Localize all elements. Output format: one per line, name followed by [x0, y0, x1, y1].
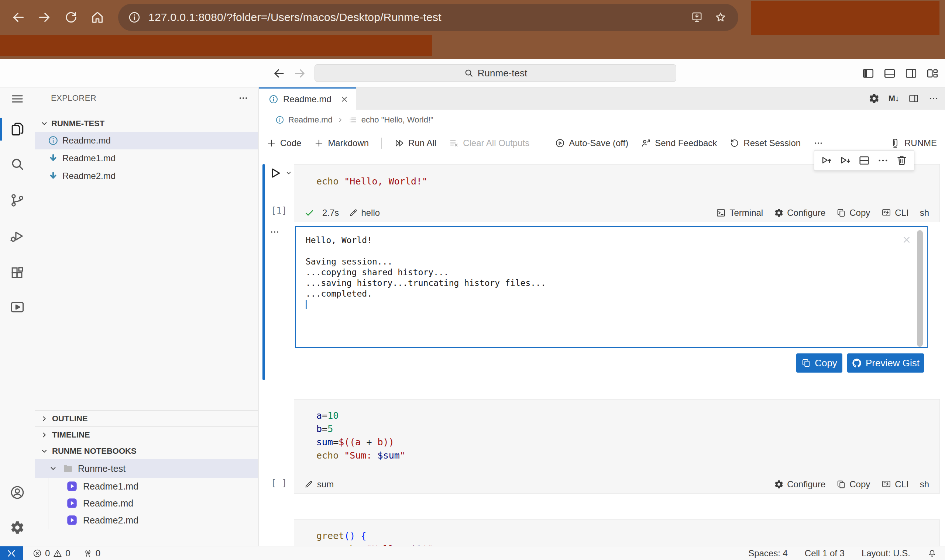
code-line[interactable]: echo "Hello, World!"	[316, 175, 939, 188]
reset-session-button[interactable]: Reset Session	[729, 138, 801, 148]
cell-name[interactable]: hello	[361, 208, 380, 218]
remote-indicator[interactable]	[0, 546, 23, 560]
timeline-section[interactable]: TIMELINE	[35, 426, 258, 443]
toolbar-more-actions-icon[interactable]	[813, 138, 823, 148]
extensions-view-icon[interactable]	[0, 260, 35, 286]
runme-brand: RUNME	[890, 138, 937, 149]
run-options-chevron-icon[interactable]	[285, 169, 293, 177]
browser-address-bar[interactable]: 127.0.0.1:8080/?folder=/Users/macos/Desk…	[118, 4, 738, 31]
history-forward-icon[interactable]	[293, 67, 307, 80]
clear-all-outputs-button[interactable]: Clear All Outputs	[449, 138, 529, 148]
problems-indicator[interactable]: 0 0	[32, 548, 71, 558]
split-cell-icon[interactable]	[858, 154, 870, 167]
add-code-button[interactable]: Code	[266, 138, 301, 148]
explorer-view-icon[interactable]	[0, 116, 35, 142]
copy-action[interactable]: Copy	[837, 479, 870, 489]
cli-action[interactable]: CLI	[881, 208, 908, 218]
breadcrumb-file[interactable]: Readme.md	[288, 115, 333, 125]
history-back-icon[interactable]	[273, 67, 286, 80]
breadcrumb-cell[interactable]: echo "Hello, World!"	[361, 115, 433, 125]
notebook-item-readme2[interactable]: Readme2.md	[35, 512, 258, 529]
explorer-more-actions-icon[interactable]	[238, 92, 249, 104]
notifications-bell-icon[interactable]	[927, 549, 937, 558]
delete-cell-icon[interactable]	[896, 154, 908, 167]
runme-view-icon[interactable]	[0, 294, 35, 320]
cell-name[interactable]: sum	[317, 479, 334, 489]
toggle-sidebar-icon[interactable]	[862, 67, 875, 80]
editor-more-actions-icon[interactable]	[928, 93, 939, 104]
add-markdown-button[interactable]: Markdown	[314, 138, 369, 148]
cell-position-indicator[interactable]: Cell 1 of 3	[805, 548, 845, 558]
code-line[interactable]: greet() {	[316, 529, 939, 543]
configure-action[interactable]: Configure	[774, 208, 825, 218]
code-line[interactable]: a=10	[316, 409, 939, 422]
notebook-item-readme1[interactable]: Readme1.md	[35, 478, 258, 495]
file-item-readme1[interactable]: Readme1.md	[35, 149, 258, 167]
code-line[interactable]: echo "Hello, $1!"	[316, 543, 939, 546]
success-check-icon	[304, 207, 315, 218]
execute-above-icon[interactable]	[820, 154, 833, 167]
output-collapse-icon[interactable]	[269, 226, 280, 238]
cell-output-terminal[interactable]: Hello, World! Saving session... ...copyi…	[295, 226, 928, 348]
broadcast-icon	[83, 549, 92, 558]
code-cell-3[interactable]: greet() { echo "Hello, $1!"	[294, 519, 940, 546]
send-feedback-button[interactable]: Send Feedback	[641, 138, 717, 148]
run-debug-view-icon[interactable]	[0, 223, 35, 249]
file-item-readme[interactable]: Readme.md	[35, 132, 258, 149]
markdown-preview-icon[interactable]: M↓	[888, 94, 899, 103]
split-editor-icon[interactable]	[908, 93, 919, 104]
pencil-icon[interactable]	[304, 480, 313, 489]
browser-reload-icon[interactable]	[63, 10, 78, 25]
menu-icon[interactable]	[0, 88, 35, 110]
copy-action[interactable]: Copy	[837, 208, 870, 218]
code-line[interactable]: b=5	[316, 422, 939, 436]
code-cell-1[interactable]: echo "Hello, World!" 2.7s hello Terminal…	[294, 164, 940, 222]
preview-gist-button[interactable]: Preview Gist	[847, 354, 924, 372]
spaces-indicator[interactable]: Spaces: 4	[748, 548, 788, 558]
run-all-button[interactable]: Run All	[394, 138, 436, 148]
tab-close-icon[interactable]	[340, 94, 349, 104]
browser-back-icon[interactable]	[11, 10, 26, 25]
code-cell-2[interactable]: a=10 b=5 sum=$((a + b)) echo "Sum: $sum"…	[294, 399, 940, 494]
notebook-item-readme[interactable]: Readme.md	[35, 495, 258, 512]
settings-gear-icon[interactable]	[0, 514, 35, 541]
toggle-secondary-sidebar-icon[interactable]	[904, 67, 918, 80]
output-close-icon[interactable]	[901, 234, 912, 245]
auto-save-button[interactable]: Auto-Save (off)	[555, 138, 628, 148]
notebook-folder-runme-test[interactable]: Runme-test	[35, 459, 258, 478]
configure-action[interactable]: Configure	[774, 479, 825, 489]
cell-more-actions-icon[interactable]	[877, 154, 889, 167]
terminal-action[interactable]: Terminal	[716, 208, 763, 218]
source-control-view-icon[interactable]	[0, 187, 35, 214]
workspace-root[interactable]: RUNME-TEST	[35, 116, 258, 131]
notebook-settings-gear-icon[interactable]	[869, 93, 880, 104]
search-view-icon[interactable]	[0, 151, 35, 177]
ports-indicator[interactable]: 0	[83, 548, 100, 558]
toggle-panel-icon[interactable]	[883, 67, 896, 80]
pencil-icon[interactable]	[348, 208, 358, 218]
code-line[interactable]: sum=$((a + b))	[316, 436, 939, 449]
url-text[interactable]: 127.0.0.1:8080/?folder=/Users/macos/Desk…	[148, 11, 441, 24]
search-icon	[464, 68, 474, 78]
runme-notebooks-section[interactable]: RUNME NOTEBOOKS	[35, 443, 258, 459]
customize-layout-icon[interactable]	[926, 67, 939, 80]
run-cell-button[interactable]	[268, 166, 283, 181]
tab-readme[interactable]: Readme.md	[259, 88, 356, 109]
editor-area: Readme.md M↓ Readme.md echo "Hello, Worl…	[259, 88, 945, 546]
browser-home-icon[interactable]	[90, 10, 105, 25]
output-scrollbar[interactable]	[917, 230, 923, 347]
execute-below-icon[interactable]	[839, 154, 852, 167]
install-app-icon[interactable]	[690, 11, 704, 24]
layout-indicator[interactable]: Layout: U.S.	[862, 548, 910, 558]
account-icon[interactable]	[0, 479, 35, 506]
output-line: ...saving history...truncating history f…	[306, 278, 927, 288]
cli-action[interactable]: CLI	[881, 479, 908, 489]
browser-forward-icon[interactable]	[37, 10, 52, 25]
site-info-icon[interactable]	[128, 11, 141, 24]
command-center[interactable]: Runme-test	[314, 64, 676, 82]
outline-section[interactable]: OUTLINE	[35, 410, 258, 426]
bookmark-star-icon[interactable]	[714, 11, 727, 24]
code-line[interactable]: echo "Sum: $sum"	[316, 449, 939, 462]
copy-button[interactable]: Copy	[796, 354, 842, 372]
file-item-readme2[interactable]: Readme2.md	[35, 167, 258, 185]
